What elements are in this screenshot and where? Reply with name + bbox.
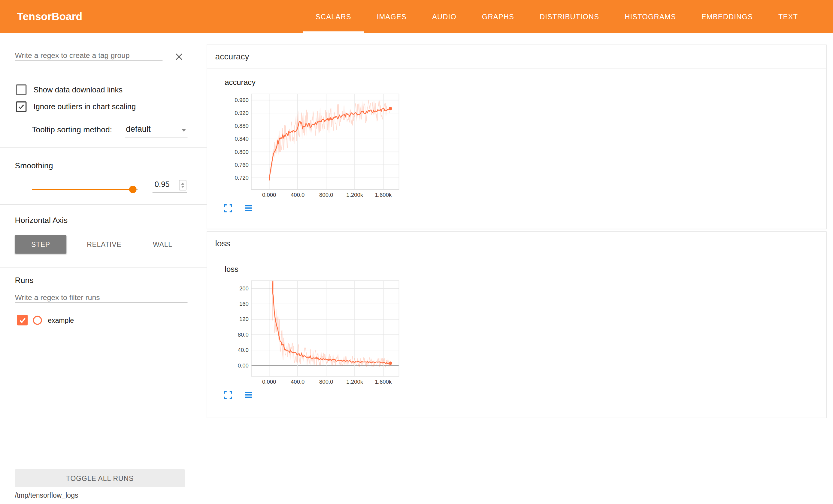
tab-graphs[interactable]: GRAPHS [469,0,527,33]
horizontal-axis-label: Horizontal Axis [15,216,68,224]
dropdown-value: default [126,124,150,134]
checkbox-ignore-outliers[interactable]: Ignore outliers in chart scaling [16,101,136,112]
tab-distributions[interactable]: DISTRIBUTIONS [527,0,612,33]
svg-text:0.720: 0.720 [235,175,248,181]
horizontal-axis-buttons: STEP RELATIVE WALL [15,235,184,254]
loss-chart-plot[interactable]: 0.0040.080.01201602000.000400.0800.01.20… [221,277,402,387]
axis-wall-button[interactable]: WALL [141,235,184,254]
tag-filter-input[interactable] [15,50,163,61]
svg-text:80.0: 80.0 [238,331,248,338]
log-directory-path: /tmp/tensorflow_logs [15,492,78,500]
main-content: accuracy accuracy 0.7200.7600.8000.8400.… [207,33,833,504]
checkbox-unchecked-icon [16,84,26,95]
chart-title: loss [224,265,238,273]
smoothing-slider-fill [32,189,133,190]
runs-filter-input[interactable] [15,292,188,303]
checkbox-show-download-links[interactable]: Show data download links [16,84,122,96]
category-card-accuracy: accuracy accuracy 0.7200.7600.8000.8400.… [207,45,827,229]
chart-title: accuracy [224,78,256,86]
stepper-up-icon[interactable] [181,183,184,185]
svg-text:0.760: 0.760 [235,162,248,168]
svg-text:1.200k: 1.200k [346,192,363,198]
chart-actions [224,391,253,399]
runs-label: Runs [15,275,33,284]
tab-audio[interactable]: AUDIO [419,0,469,33]
svg-text:400.0: 400.0 [291,379,305,385]
tooltip-sorting-dropdown[interactable]: default [125,123,188,138]
svg-text:160: 160 [239,301,248,307]
divider [0,204,207,205]
tooltip-sorting-label: Tooltip sorting method: [32,125,112,134]
smoothing-stepper[interactable] [179,180,187,191]
smoothing-value-box [152,178,187,193]
app-title: TensorBoard [17,10,82,23]
chevron-down-icon [182,129,186,132]
svg-text:40.0: 40.0 [238,347,248,353]
svg-text:0.800: 0.800 [235,149,248,155]
category-title[interactable]: loss [207,232,826,255]
run-checkbox-checked-icon[interactable] [17,315,28,325]
runs-filter-row [15,292,188,303]
divider [0,147,207,148]
svg-text:0.920: 0.920 [235,110,248,116]
checkbox-label: Show data download links [33,85,122,94]
tensorboard-app: TensorBoard SCALARS IMAGES AUDIO GRAPHS … [0,0,833,504]
smoothing-slider[interactable] [32,185,138,194]
tab-text[interactable]: TEXT [765,0,810,33]
axis-step-button[interactable]: STEP [15,235,67,254]
run-label: example [48,316,74,324]
smoothing-label: Smoothing [15,161,53,170]
app-header: TensorBoard SCALARS IMAGES AUDIO GRAPHS … [0,0,833,33]
run-item-example[interactable]: example [17,314,74,326]
svg-text:0.000: 0.000 [262,192,276,198]
chart-actions [224,204,253,212]
svg-text:400.0: 400.0 [291,192,305,198]
expand-chart-icon[interactable] [224,204,233,212]
tab-embeddings[interactable]: EMBEDDINGS [689,0,765,33]
divider [0,267,207,268]
tab-scalars[interactable]: SCALARS [303,0,364,33]
svg-text:1.600k: 1.600k [375,379,392,385]
tab-histograms[interactable]: HISTOGRAMS [612,0,689,33]
axis-relative-button[interactable]: RELATIVE [75,235,133,254]
stepper-down-icon[interactable] [181,186,184,188]
category-card-loss: loss loss 0.0040.080.01201602000.000400.… [207,231,827,418]
sidebar: Show data download links Ignore outliers… [0,33,207,504]
svg-text:0.880: 0.880 [235,123,248,129]
toggle-all-runs-button[interactable]: TOGGLE ALL RUNS [15,469,185,487]
svg-text:120: 120 [239,316,248,322]
svg-text:1.600k: 1.600k [375,192,392,198]
checkbox-label: Ignore outliers in chart scaling [33,102,136,111]
svg-text:0.000: 0.000 [262,379,276,385]
run-selector-menu-icon[interactable] [244,204,253,212]
checkbox-checked-icon [16,101,26,112]
run-selector-menu-icon[interactable] [244,391,253,399]
svg-text:800.0: 800.0 [319,379,333,385]
category-title[interactable]: accuracy [207,45,826,68]
smoothing-slider-thumb[interactable] [129,186,137,193]
svg-text:0.960: 0.960 [235,97,248,103]
run-color-ring-icon [33,316,42,325]
svg-text:200: 200 [239,285,248,292]
svg-text:0.00: 0.00 [238,362,248,369]
tab-images[interactable]: IMAGES [364,0,419,33]
svg-text:0.840: 0.840 [235,135,248,142]
svg-text:800.0: 800.0 [319,192,333,198]
tag-filter-row [15,50,188,66]
smoothing-value-input[interactable] [153,179,178,189]
tab-bar: SCALARS IMAGES AUDIO GRAPHS DISTRIBUTION… [303,0,810,33]
svg-text:1.200k: 1.200k [346,379,363,385]
close-icon[interactable] [173,51,185,63]
tooltip-sorting-row: Tooltip sorting method: default [32,123,187,138]
expand-chart-icon[interactable] [224,391,233,399]
accuracy-chart-plot[interactable]: 0.7200.7600.8000.8400.8800.9200.9600.000… [221,91,402,200]
